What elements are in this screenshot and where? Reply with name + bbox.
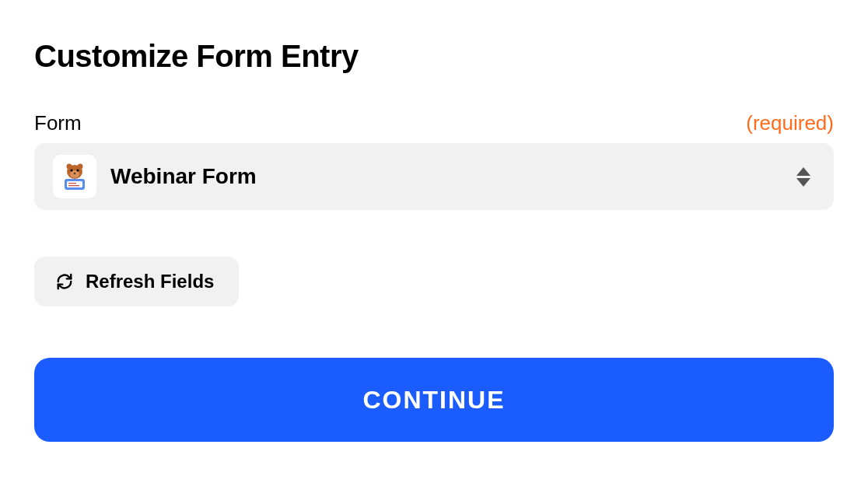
form-select[interactable]: Webinar Form <box>34 143 834 210</box>
svg-point-4 <box>71 170 73 172</box>
refresh-icon <box>56 273 73 290</box>
svg-rect-9 <box>68 183 76 184</box>
form-app-icon <box>53 155 96 198</box>
svg-point-1 <box>67 164 72 170</box>
page-title: Customize Form Entry <box>34 39 834 74</box>
continue-button-label: Continue <box>362 386 505 414</box>
form-field-group: Form (required) Webinar Form <box>34 111 834 210</box>
svg-rect-8 <box>67 181 82 187</box>
svg-point-6 <box>74 173 76 175</box>
refresh-fields-button[interactable]: Refresh Fields <box>34 257 239 306</box>
svg-point-2 <box>78 164 83 170</box>
continue-button[interactable]: Continue <box>34 358 834 442</box>
form-field-label: Form <box>34 111 82 135</box>
svg-point-5 <box>77 170 79 172</box>
form-select-value: Webinar Form <box>110 164 796 189</box>
refresh-button-label: Refresh Fields <box>86 271 214 292</box>
field-label-row: Form (required) <box>34 111 834 135</box>
svg-rect-10 <box>68 185 79 186</box>
chevron-sort-icon <box>796 167 810 187</box>
required-indicator: (required) <box>746 111 834 135</box>
